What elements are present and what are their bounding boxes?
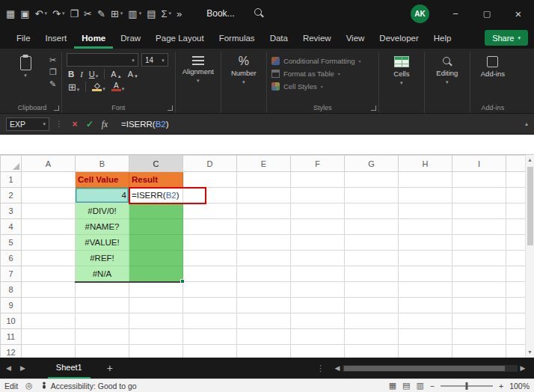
format-as-table-button[interactable]: Format as Table▾ [271,67,374,80]
cell-H9[interactable] [399,298,452,313]
row-header-5[interactable]: 5 [1,235,22,251]
close-button[interactable]: × [503,0,534,27]
search-icon[interactable] [254,8,265,19]
cell-G9[interactable] [345,298,399,313]
row-header-11[interactable]: 11 [1,329,22,345]
cell-G6[interactable] [345,251,399,266]
scroll-right-icon[interactable]: ▶ [518,364,528,372]
cell-G2[interactable] [345,188,399,203]
cell-E6[interactable] [237,251,291,266]
previous-sheet-icon[interactable]: ◀ [6,364,11,372]
cell-E7[interactable] [237,266,291,282]
cell-C1[interactable]: Result [129,172,183,188]
cell-H2[interactable] [399,188,452,203]
fill-color-button[interactable]: ▾ [90,83,107,91]
cell-B4[interactable]: #NAME? [76,219,129,235]
cell-styles-button[interactable]: Cell Styles▾ [271,80,374,93]
format-painter-button[interactable]: ✎ [97,9,105,19]
column-header-G[interactable]: G [345,156,399,172]
underline-button[interactable]: U▾ [88,70,99,79]
row-header-4[interactable]: 4 [1,219,22,235]
insert-function-button[interactable]: fx [99,120,111,129]
cancel-button[interactable]: × [69,119,81,129]
cell-B7[interactable]: #N/A [76,266,129,282]
cell-B9[interactable] [76,298,129,313]
enter-button[interactable]: ✓ [84,119,96,129]
tab-developer[interactable]: Developer [372,27,426,49]
cell-E5[interactable] [237,235,291,251]
vertical-scrollbar[interactable]: ▲ ▼ [525,155,534,358]
cell-I12[interactable] [452,345,506,358]
vertical-scroll-thumb[interactable] [527,167,533,245]
paste-button[interactable]: ▾ [7,53,43,88]
cell-I3[interactable] [452,203,506,219]
accessibility-status[interactable]: Accessibility: Good to go [40,382,137,391]
row-header-12[interactable]: 12 [1,345,22,358]
column-header-C[interactable]: C [129,156,183,172]
cell-E9[interactable] [237,298,291,313]
dialog-launcher-icon[interactable] [168,105,173,111]
shrink-font-button[interactable]: A▼ [126,70,140,79]
cell-E10[interactable] [237,313,291,329]
cell-D5[interactable] [183,235,237,251]
addins-button[interactable]: Add-ins [475,53,511,78]
tab-file[interactable]: File [9,27,38,49]
cell-A7[interactable] [22,266,76,282]
cell-C11[interactable] [129,329,183,345]
cell-D2[interactable] [183,188,237,203]
zoom-slider-handle[interactable] [466,382,468,390]
macro-record-icon[interactable]: ◎ [25,382,33,390]
formula-input[interactable]: =ISERR(B2) [121,120,169,129]
cell-C2[interactable]: =ISERR(B2) [129,188,183,203]
cell-I4[interactable] [452,219,506,235]
cell-C8[interactable] [129,282,183,298]
cell-C3[interactable] [129,203,183,219]
page-layout-view-icon[interactable]: ▤ [402,382,410,390]
cell-I2[interactable] [452,188,506,203]
cell-F6[interactable] [291,251,345,266]
cell-B12[interactable] [76,345,129,358]
cell-F7[interactable] [291,266,345,282]
column-header-B[interactable]: B [76,156,129,172]
next-sheet-icon[interactable]: ▶ [20,364,25,372]
cells-button[interactable]: Cells ▾ [384,53,420,85]
cell-C12[interactable] [129,345,183,358]
cell-I9[interactable] [452,298,506,313]
fill-handle[interactable] [180,279,185,284]
insert-chart-button[interactable]: ▥▾ [128,9,141,19]
zoom-in-button[interactable]: + [499,382,503,391]
tab-splitter-icon[interactable]: ⋮ [316,364,325,373]
undo-button[interactable]: ↶▾ [35,9,47,19]
cell-D7[interactable] [183,266,237,282]
cell-I11[interactable] [452,329,506,345]
number-button[interactable]: % Number ▾ [226,53,262,85]
cell-D8[interactable] [183,282,237,298]
column-header-I[interactable]: I [452,156,506,172]
cell-D4[interactable] [183,219,237,235]
name-box[interactable]: EXP ▾ [6,117,49,131]
cell-A12[interactable] [22,345,76,358]
cell-E4[interactable] [237,219,291,235]
cell-B5[interactable]: #VALUE! [76,235,129,251]
cell-H12[interactable] [399,345,452,358]
tab-home[interactable]: Home [74,27,113,49]
cell-D9[interactable] [183,298,237,313]
cell-D12[interactable] [183,345,237,358]
column-header-H[interactable]: H [399,156,452,172]
avatar[interactable]: AK [411,4,429,23]
save-button[interactable]: ▣ [20,9,29,19]
cell-G3[interactable] [345,203,399,219]
conditional-formatting-button[interactable]: Conditional Formatting▾ [271,55,374,67]
cell-E3[interactable] [237,203,291,219]
cell-C7[interactable] [129,266,183,282]
cell-F5[interactable] [291,235,345,251]
cell-I1[interactable] [452,172,506,188]
cell-G12[interactable] [345,345,399,358]
cell-I5[interactable] [452,235,506,251]
cell-A10[interactable] [22,313,76,329]
sheet-tab-sheet1[interactable]: Sheet1 [48,358,90,379]
cell-I8[interactable] [452,282,506,298]
cell-C6[interactable] [129,251,183,266]
normal-view-icon[interactable]: ▦ [389,382,396,390]
scroll-up-icon[interactable]: ▲ [527,155,533,165]
